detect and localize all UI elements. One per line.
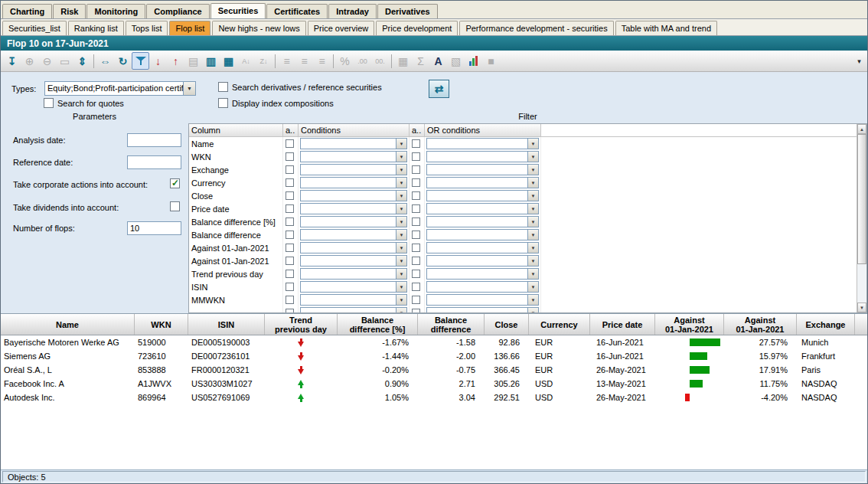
filter-condition-select[interactable]: ▼ xyxy=(300,151,407,162)
filter-or-checkbox[interactable] xyxy=(412,244,420,252)
filter-or-select[interactable]: ▼ xyxy=(426,177,539,188)
filter-or-select[interactable]: ▼ xyxy=(426,294,539,306)
chevron-down-icon[interactable]: ▼ xyxy=(527,230,538,240)
filter-or-checkbox[interactable] xyxy=(412,165,420,174)
column-header-wkn-1[interactable]: WKN xyxy=(135,314,188,335)
sub-tab-new-highs-new-lows[interactable]: New highs - new lows xyxy=(212,21,305,35)
chevron-down-icon[interactable]: ▼ xyxy=(527,256,538,266)
sub-tab-price-development[interactable]: Price development xyxy=(376,21,458,35)
filter-and-checkbox[interactable] xyxy=(286,165,294,174)
filter-and-checkbox[interactable] xyxy=(286,178,294,187)
filter-condition-select[interactable]: ▼ xyxy=(300,216,407,227)
analysis-date-input[interactable] xyxy=(127,133,181,147)
chevron-down-icon[interactable]: ▼ xyxy=(396,295,406,305)
filter-and-checkbox[interactable] xyxy=(286,231,294,239)
filter-or-select[interactable]: ▼ xyxy=(426,138,539,149)
scroll-down-icon[interactable]: ▼ xyxy=(857,302,866,312)
filter-or-checkbox[interactable] xyxy=(412,283,420,291)
filter-condition-select[interactable]: ▼ xyxy=(300,229,407,240)
filter-condition-select[interactable]: ▼ xyxy=(300,203,407,214)
chevron-down-icon[interactable]: ▼ xyxy=(527,139,538,149)
balance-chart-icon[interactable]: ▥ xyxy=(202,52,220,70)
filter-and-checkbox[interactable] xyxy=(286,283,294,291)
column-header-price-date-8[interactable]: Price date xyxy=(590,314,655,335)
chevron-down-icon[interactable]: ▼ xyxy=(527,204,538,214)
main-tab-intraday[interactable]: Intraday xyxy=(328,4,377,18)
toolbar-overflow-button[interactable]: ▾ xyxy=(853,53,865,70)
filter-or-select[interactable]: ▼ xyxy=(426,190,539,201)
column-header-isin-2[interactable]: ISIN xyxy=(188,314,265,335)
sort-ascending-icon[interactable]: ↑ xyxy=(167,52,184,70)
filter-or-select[interactable]: ▼ xyxy=(426,281,539,293)
filter-condition-select[interactable]: ▼ xyxy=(300,294,407,306)
filter-or-select[interactable]: ▼ xyxy=(426,151,539,162)
scrollbar-track[interactable] xyxy=(857,264,866,302)
filter-or-select[interactable]: ▼ xyxy=(426,307,539,312)
column-header-balance-difference-4[interactable]: Balance difference [%] xyxy=(338,314,418,335)
font-icon[interactable]: A xyxy=(429,52,447,70)
filter-and-checkbox[interactable] xyxy=(286,152,294,161)
main-tab-risk[interactable]: Risk xyxy=(53,4,86,18)
filter-or-checkbox[interactable] xyxy=(412,270,420,278)
column-header-balance-difference-5[interactable]: Balance difference xyxy=(418,314,485,335)
flops-count-input[interactable] xyxy=(127,221,181,235)
chevron-down-icon[interactable]: ▼ xyxy=(527,217,538,227)
column-header-currency-7[interactable]: Currency xyxy=(529,314,590,335)
chevron-down-icon[interactable]: ▼ xyxy=(527,178,538,188)
filter-condition-select[interactable]: ▼ xyxy=(300,138,407,149)
chevron-down-icon[interactable]: ▼ xyxy=(527,269,538,279)
filter-or-select[interactable]: ▼ xyxy=(426,164,539,175)
chevron-down-icon[interactable]: ▼ xyxy=(396,178,406,188)
filter-or-select[interactable]: ▼ xyxy=(426,216,539,227)
dividends-checkbox[interactable] xyxy=(170,201,180,211)
sub-tab-tops-list[interactable]: Tops list xyxy=(126,21,168,35)
filter-or-select[interactable]: ▼ xyxy=(426,229,539,240)
reference-date-input[interactable] xyxy=(127,155,181,169)
main-tab-compliance[interactable]: Compliance xyxy=(146,4,209,18)
sub-tab-performance-development-securities[interactable]: Performance development - securities xyxy=(459,21,613,35)
filter-condition-select[interactable]: ▼ xyxy=(300,190,407,201)
filter-or-checkbox[interactable] xyxy=(412,152,420,161)
corporate-actions-checkbox[interactable] xyxy=(170,178,180,188)
filter-and-checkbox[interactable] xyxy=(286,139,294,148)
sub-tab-table-with-ma-and-trend[interactable]: Table with MA and trend xyxy=(615,21,717,35)
chevron-down-icon[interactable]: ▼ xyxy=(396,165,406,175)
filter-or-checkbox[interactable] xyxy=(412,139,420,148)
bar-chart-icon[interactable] xyxy=(465,52,482,70)
sub-tab-price-overview[interactable]: Price overview xyxy=(308,21,375,35)
main-tab-monitoring[interactable]: Monitoring xyxy=(86,4,145,18)
filter-condition-select[interactable]: ▼ xyxy=(300,242,407,253)
chevron-down-icon[interactable]: ▼ xyxy=(396,152,406,162)
table-row[interactable]: Siemens AG723610DE0007236101-1.44%-2.001… xyxy=(1,349,867,363)
fit-height-icon[interactable]: ⇕ xyxy=(73,52,91,70)
filter-or-select[interactable]: ▼ xyxy=(426,255,539,267)
sort-descending-icon[interactable]: ↓ xyxy=(149,52,167,70)
search-quotes-checkbox[interactable]: Search for quotes xyxy=(44,98,124,108)
chevron-down-icon[interactable]: ▼ xyxy=(527,152,538,162)
filter-condition-select[interactable]: ▼ xyxy=(300,281,407,293)
chevron-down-icon[interactable]: ▼ xyxy=(396,282,406,292)
table-row[interactable]: Bayerische Motoren Werke AG519000DE00051… xyxy=(1,335,867,349)
sub-tab-ranking-list[interactable]: Ranking list xyxy=(68,21,124,35)
sub-tab-securities-list[interactable]: Securities_list xyxy=(2,21,67,35)
scrollbar-thumb[interactable] xyxy=(857,134,866,264)
filter-and-checkbox[interactable] xyxy=(286,257,294,265)
chevron-down-icon[interactable]: ▼ xyxy=(396,256,406,266)
filter-or-checkbox[interactable] xyxy=(412,257,420,265)
chevron-down-icon[interactable]: ▼ xyxy=(396,230,406,240)
filter-and-checkbox[interactable] xyxy=(286,296,294,304)
column-header-against-01-jan-2021-9[interactable]: Against 01-Jan-2021 xyxy=(655,314,724,335)
filter-or-checkbox[interactable] xyxy=(412,231,420,239)
main-tab-certificates[interactable]: Certificates xyxy=(266,4,328,18)
filter-and-checkbox[interactable] xyxy=(286,270,294,278)
chevron-down-icon[interactable]: ▼ xyxy=(183,82,195,95)
chevron-down-icon[interactable]: ▼ xyxy=(527,243,538,253)
scroll-up-icon[interactable]: ▲ xyxy=(857,124,866,134)
filter-or-select[interactable]: ▼ xyxy=(426,242,539,253)
filter-or-select[interactable]: ▼ xyxy=(426,268,539,280)
display-index-checkbox[interactable]: Display index compositions xyxy=(218,98,334,108)
filter-condition-select[interactable]: ▼ xyxy=(300,255,407,267)
chevron-down-icon[interactable]: ▼ xyxy=(396,191,406,201)
filter-or-select[interactable]: ▼ xyxy=(426,203,539,214)
filter-and-checkbox[interactable] xyxy=(286,217,294,226)
